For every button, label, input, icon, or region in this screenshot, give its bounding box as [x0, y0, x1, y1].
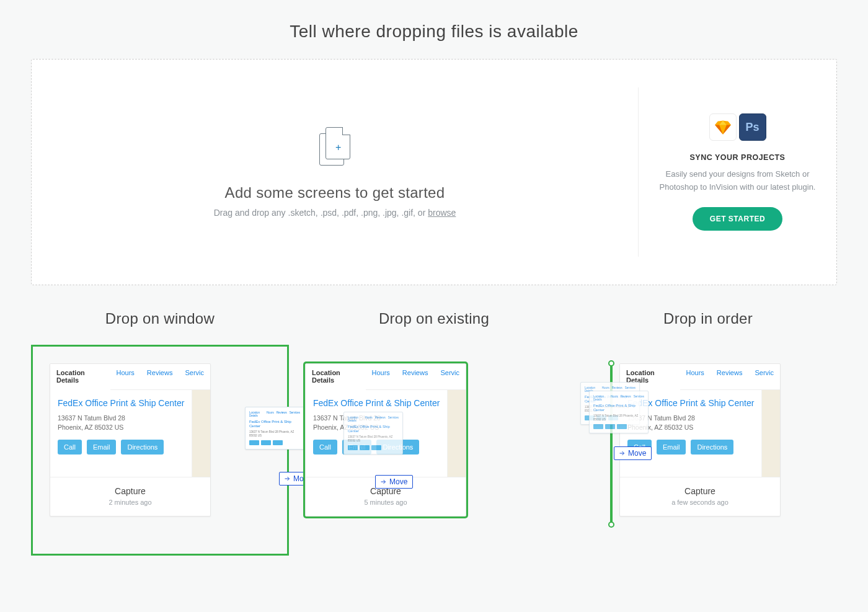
card-footer-timestamp: 2 minutes ago [55, 499, 205, 506]
stage-drop-in-order[interactable]: Location Details Hours Reviews Servic Fe… [579, 345, 837, 556]
browse-link[interactable]: browse [428, 208, 456, 218]
email-button[interactable]: Email [657, 440, 686, 455]
column-title-existing: Drop on existing [305, 310, 563, 327]
call-button[interactable]: Call [58, 440, 82, 455]
stage-drop-on-window[interactable]: Location Details Hours Reviews Servic Fe… [31, 345, 289, 556]
tab-hours[interactable]: Hours [680, 364, 711, 389]
dragged-thumbnail[interactable]: Location DetailsHoursReviewsServices Fed… [343, 412, 403, 455]
location-address: 13637 N Tatum Blvd 28Phoenix, AZ 85032 U… [627, 414, 773, 432]
photoshop-icon: Ps [739, 113, 766, 141]
directions-button[interactable]: Directions [691, 440, 733, 455]
screen-card[interactable]: Location Details Hours Reviews Servic Fe… [619, 363, 781, 517]
tab-reviews[interactable]: Reviews [141, 364, 179, 389]
card-footer-title: Capture [625, 486, 775, 496]
sync-panel: Ps SYNC YOUR PROJECTS Easily send your d… [638, 87, 836, 257]
card-footer-timestamp: 5 minutes ago [311, 499, 461, 506]
directions-button[interactable]: Directions [121, 440, 164, 455]
map-preview [447, 390, 466, 477]
sync-title: SYNC YOUR PROJECTS [690, 153, 786, 162]
tab-hours[interactable]: Hours [110, 364, 141, 389]
column-title-window: Drop on window [31, 310, 289, 327]
dragged-thumbnail[interactable]: Location DetailsHoursReviewsServices Fed… [589, 391, 649, 433]
tab-services[interactable]: Servic [179, 364, 210, 389]
stage-drop-on-existing[interactable]: Location Details Hours Reviews Servic Fe… [305, 345, 563, 556]
dropzone[interactable]: + Add some screens to get started Drag a… [31, 59, 837, 285]
sketch-icon [709, 113, 737, 141]
call-button[interactable]: Call [313, 440, 337, 455]
add-document-icon: + [319, 127, 350, 166]
location-heading: FedEx Office Print & Ship Center [58, 397, 203, 409]
tab-reviews[interactable]: Reviews [396, 364, 435, 389]
dragged-thumbnail[interactable]: Location DetailsHoursReviewsServices Fed… [245, 407, 304, 450]
card-footer-title: Capture [55, 486, 205, 496]
dropzone-main[interactable]: + Add some screens to get started Drag a… [32, 60, 638, 285]
email-button[interactable]: Email [87, 440, 117, 455]
map-preview [192, 390, 210, 477]
dropzone-title: Add some screens to get started [225, 184, 445, 202]
tab-services[interactable]: Servic [434, 364, 466, 389]
tab-services[interactable]: Servic [748, 364, 780, 389]
tab-reviews[interactable]: Reviews [711, 364, 749, 389]
screen-card[interactable]: Location Details Hours Reviews Servic Fe… [50, 363, 211, 517]
card-footer-timestamp: a few seconds ago [625, 499, 775, 506]
tab-location-details[interactable]: Location Details [50, 364, 110, 390]
column-title-order: Drop in order [579, 310, 837, 327]
location-address: 13637 N Tatum Blvd 28Phoenix, AZ 85032 U… [58, 414, 203, 432]
get-started-button[interactable]: GET STARTED [693, 207, 782, 231]
tab-location-details[interactable]: Location Details [306, 364, 366, 390]
location-heading: FedEx Office Print & Ship Center [313, 397, 458, 409]
move-cursor-tag: Move [375, 475, 413, 489]
tab-hours[interactable]: Hours [366, 364, 396, 389]
move-cursor-tag: Move [614, 446, 652, 460]
dropzone-subtitle: Drag and drop any .sketch, .psd, .pdf, .… [214, 208, 456, 218]
page-title: Tell where dropping files is available [31, 22, 837, 42]
location-heading: FedEx Office Print & Ship Center [627, 397, 773, 409]
sync-description: Easily send your designs from Sketch or … [657, 168, 818, 193]
map-preview [761, 390, 780, 477]
